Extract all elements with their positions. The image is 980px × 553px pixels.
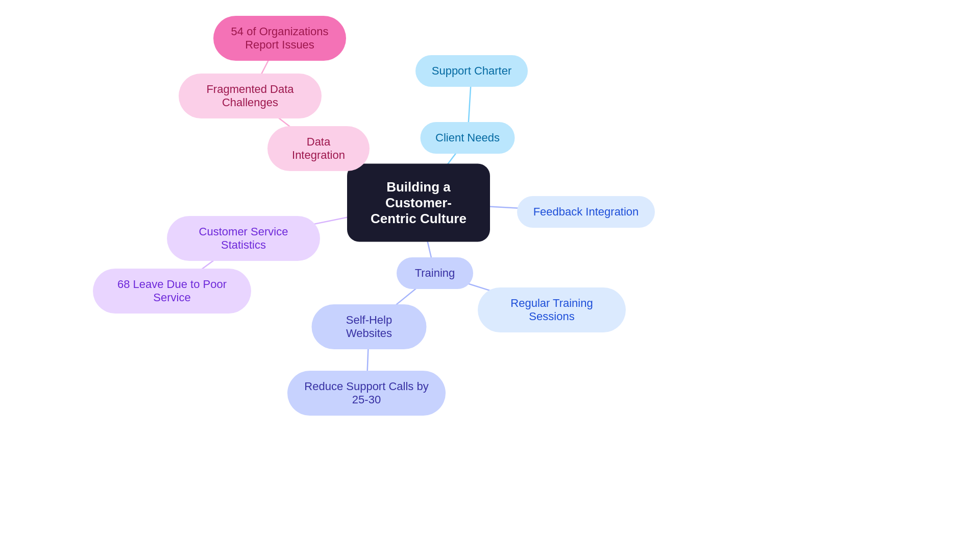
node-data-integration: Data Integration [267, 126, 370, 171]
node-leave-poor-service: 68 Leave Due to Poor Service [93, 269, 251, 314]
node-regular-training: Regular Training Sessions [478, 287, 626, 332]
node-reduce-calls: Reduce Support Calls by 25-30 [287, 371, 446, 416]
node-training: Training [397, 257, 473, 289]
node-client-needs: Client Needs [421, 122, 515, 154]
node-org-report: 54 of Organizations Report Issues [213, 16, 346, 61]
node-self-help: Self-Help Websites [312, 304, 427, 349]
mind-map: Building a Customer-Centric Culture54 of… [0, 0, 980, 553]
node-feedback-integration: Feedback Integration [517, 196, 655, 228]
center-node: Building a Customer-Centric Culture [347, 164, 490, 242]
node-fragmented-data: Fragmented Data Challenges [179, 74, 322, 118]
node-support-charter: Support Charter [415, 55, 528, 87]
node-customer-service-stats: Customer Service Statistics [167, 216, 320, 261]
